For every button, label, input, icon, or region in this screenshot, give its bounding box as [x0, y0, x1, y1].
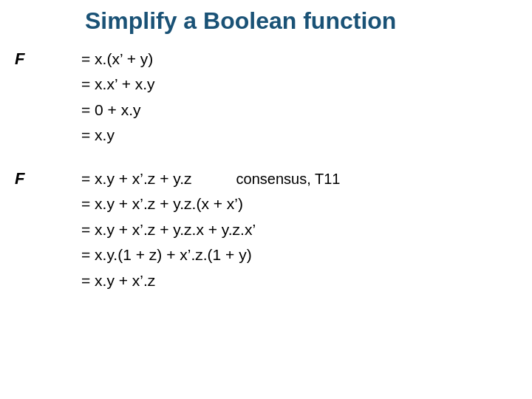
page-container: Simplify a Boolean function F = x.(x’ + …	[0, 0, 532, 399]
section2-step-2: = x.y + x’.z + y.z.(x + x’)	[81, 193, 340, 215]
section-2: F = x.y + x’.z + y.z consensus, T11 = x.…	[15, 168, 517, 292]
section1-label: F	[15, 48, 81, 69]
consensus-note: consensus, T11	[236, 168, 341, 190]
page-title: Simplify a Boolean function	[85, 7, 517, 35]
section1-step-1: = x.(x’ + y)	[81, 48, 155, 70]
section2-step-4: = x.y.(1 + z) + x’.z.(1 + y)	[81, 244, 340, 266]
section1-step-4: = x.y	[81, 124, 155, 146]
section2-steps: = x.y + x’.z + y.z consensus, T11 = x.y …	[81, 168, 340, 292]
section2-step-1: = x.y + x’.z + y.z consensus, T11	[81, 168, 340, 190]
section2-step-3: = x.y + x’.z + y.z.x + y.z.x’	[81, 219, 340, 241]
section1-step-2: = x.x’ + x.y	[81, 73, 155, 95]
section1-steps: = x.(x’ + y) = x.x’ + x.y = 0 + x.y = x.…	[81, 48, 155, 147]
section1-step-3: = 0 + x.y	[81, 99, 155, 121]
section2-label: F	[15, 168, 81, 188]
section-1: F = x.(x’ + y) = x.x’ + x.y = 0 + x.y = …	[15, 48, 517, 147]
section2-step-5: = x.y + x’.z	[81, 270, 340, 292]
